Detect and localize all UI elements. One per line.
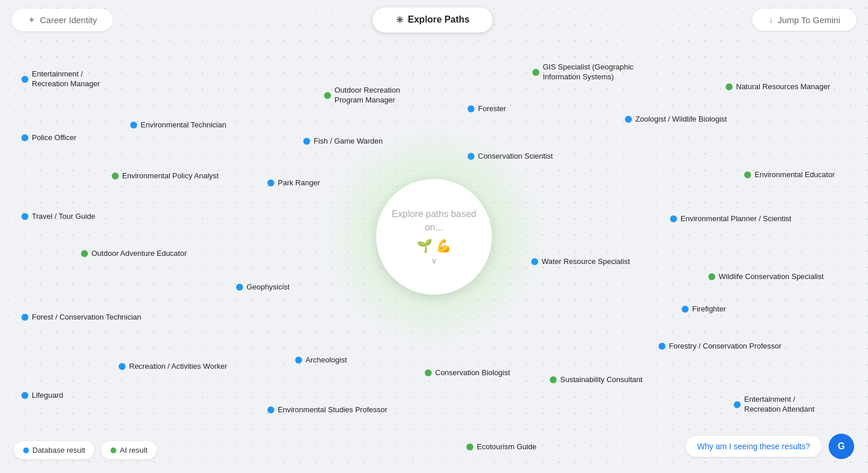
node-park-ranger[interactable]: Park Ranger (267, 178, 320, 188)
node-firefighter[interactable]: Firefighter (682, 305, 726, 314)
node-outdoor-adventure-educator[interactable]: Outdoor Adventure Educator (81, 249, 187, 259)
node-natural-resources-manager[interactable]: Natural Resources Manager (726, 82, 830, 92)
node-dot-outdoor-recreation-program-manager (324, 92, 331, 99)
user-avatar-button[interactable]: G (829, 434, 854, 459)
node-dot-zoologist-wildlife-biologist (625, 116, 632, 123)
node-dot-environmental-educator (744, 171, 751, 178)
node-dot-environmental-planner-scientist (670, 215, 677, 222)
node-dot-geophysicist (236, 284, 243, 291)
node-dot-park-ranger (267, 179, 274, 186)
node-label-recreation-activities-worker: Recreation / Activities Worker (129, 362, 227, 372)
node-conservation-biologist[interactable]: Conservation Biologist (425, 368, 510, 378)
node-entertainment-recreation-attendant[interactable]: Entertainment /Recreation Attendant (734, 395, 814, 415)
node-environmental-educator[interactable]: Environmental Educator (744, 170, 835, 180)
node-label-forest-conservation-technician: Forest / Conservation Technician (32, 313, 141, 322)
bottom-right-actions: Why am I seeing these results? G (686, 434, 854, 459)
jump-to-gemini-label: Jump To Gemini (778, 15, 840, 25)
node-sustainability-consultant[interactable]: Sustainability Consultant (550, 375, 642, 385)
node-label-forester: Forester (478, 104, 506, 114)
center-card-emoji: 🌱 💪 (417, 239, 451, 254)
explore-paths-tab[interactable]: ✳ Explore Paths (373, 8, 493, 32)
legend-database-dot (23, 448, 29, 453)
node-dot-entertainment-recreation-attendant (734, 401, 741, 408)
node-dot-forest-conservation-technician (21, 314, 28, 321)
node-recreation-activities-worker[interactable]: Recreation / Activities Worker (119, 362, 227, 372)
node-dot-natural-resources-manager (726, 83, 733, 90)
node-dot-fish-game-warden (303, 138, 310, 145)
legend-database-label: Database result (32, 446, 85, 454)
node-label-forestry-conservation-professor: Forestry / Conservation Professor (669, 342, 781, 351)
node-dot-entertainment-recreation-manager (21, 76, 28, 83)
legend-ai-label: AI result (120, 446, 148, 454)
explore-paths-label: Explore Paths (408, 14, 470, 25)
node-wildlife-conservation-specialist[interactable]: Wildlife Conservation Specialist (708, 272, 823, 282)
legend-ai-dot (111, 448, 116, 453)
node-label-gis-specialist: GIS Specialist (GeographicInformation Sy… (543, 63, 634, 82)
node-geophysicist[interactable]: Geophysicist (236, 283, 289, 292)
node-dot-travel-tour-guide (21, 213, 28, 220)
node-dot-gis-specialist (532, 69, 539, 76)
jump-to-gemini-icon: ↓ (768, 14, 773, 25)
node-dot-forester (468, 105, 475, 112)
node-environmental-studies-professor[interactable]: Environmental Studies Professor (267, 405, 387, 415)
node-label-environmental-studies-professor: Environmental Studies Professor (278, 405, 387, 415)
node-travel-tour-guide[interactable]: Travel / Tour Guide (21, 212, 95, 222)
node-forester[interactable]: Forester (468, 104, 506, 114)
node-zoologist-wildlife-biologist[interactable]: Zoologist / Wildlife Biologist (625, 115, 727, 124)
node-dot-archeologist (295, 357, 302, 364)
node-dot-recreation-activities-worker (119, 363, 126, 370)
node-forestry-conservation-professor[interactable]: Forestry / Conservation Professor (659, 342, 781, 351)
node-dot-environmental-policy-analyst (112, 173, 119, 179)
node-label-conservation-biologist: Conservation Biologist (435, 368, 510, 378)
legend-ai: AI result (101, 441, 157, 459)
node-label-entertainment-recreation-manager: Entertainment /Recreation Manager (32, 69, 100, 89)
node-label-archeologist: Archeologist (306, 355, 347, 365)
node-label-ecotourism-guide: Ecotourism Guide (477, 442, 536, 452)
legend-database: Database result (14, 441, 94, 459)
node-police-officer[interactable]: Police Officer (21, 133, 76, 143)
node-label-water-resource-specialist: Water Resource Specialist (542, 257, 630, 267)
node-dot-lifeguard (21, 392, 28, 399)
node-water-resource-specialist[interactable]: Water Resource Specialist (531, 257, 630, 267)
node-environmental-technician[interactable]: Environmental Technician (130, 120, 226, 130)
node-environmental-policy-analyst[interactable]: Environmental Policy Analyst (112, 171, 219, 181)
node-label-wildlife-conservation-specialist: Wildlife Conservation Specialist (719, 272, 823, 282)
node-label-environmental-educator: Environmental Educator (755, 170, 835, 180)
node-dot-outdoor-adventure-educator (81, 250, 88, 257)
career-identity-tab[interactable]: ✦ Career Identity (12, 9, 113, 31)
node-dot-forestry-conservation-professor (659, 343, 665, 350)
node-dot-environmental-technician (130, 122, 137, 129)
node-label-environmental-policy-analyst: Environmental Policy Analyst (122, 171, 219, 181)
node-label-park-ranger: Park Ranger (278, 178, 320, 188)
center-card-text: Explore paths based on... (388, 208, 480, 234)
center-explore-card[interactable]: Explore paths based on... 🌱 💪 ∨ (376, 179, 492, 295)
node-label-environmental-planner-scientist: Environmental Planner / Scientist (681, 214, 791, 224)
node-ecotourism-guide[interactable]: Ecotourism Guide (466, 442, 536, 452)
node-dot-sustainability-consultant (550, 376, 557, 383)
node-label-zoologist-wildlife-biologist: Zoologist / Wildlife Biologist (635, 115, 727, 124)
node-label-entertainment-recreation-attendant: Entertainment /Recreation Attendant (744, 395, 814, 415)
node-fish-game-warden[interactable]: Fish / Game Warden (303, 137, 382, 146)
node-label-environmental-technician: Environmental Technician (141, 120, 226, 130)
top-nav: ✦ Career Identity ✳ Explore Paths ↓ Jump… (0, 0, 868, 39)
node-label-police-officer: Police Officer (32, 133, 76, 143)
jump-to-gemini-tab[interactable]: ↓ Jump To Gemini (752, 9, 856, 31)
node-label-natural-resources-manager: Natural Resources Manager (736, 82, 830, 92)
career-identity-icon: ✦ (28, 14, 35, 25)
node-label-outdoor-recreation-program-manager: Outdoor RecreationProgram Manager (334, 86, 400, 105)
node-entertainment-recreation-manager[interactable]: Entertainment /Recreation Manager (21, 69, 100, 89)
career-identity-label: Career Identity (40, 15, 97, 25)
why-results-link[interactable]: Why am I seeing these results? (686, 436, 822, 457)
node-gis-specialist[interactable]: GIS Specialist (GeographicInformation Sy… (532, 63, 634, 82)
node-outdoor-recreation-program-manager[interactable]: Outdoor RecreationProgram Manager (324, 86, 400, 105)
legend: Database result AI result (14, 441, 157, 459)
node-dot-environmental-studies-professor (267, 406, 274, 413)
node-forest-conservation-technician[interactable]: Forest / Conservation Technician (21, 313, 141, 322)
node-dot-conservation-biologist (425, 369, 432, 376)
node-label-travel-tour-guide: Travel / Tour Guide (32, 212, 95, 222)
node-label-geophysicist: Geophysicist (247, 283, 289, 292)
node-archeologist[interactable]: Archeologist (295, 355, 347, 365)
node-lifeguard[interactable]: Lifeguard (21, 391, 63, 401)
node-environmental-planner-scientist[interactable]: Environmental Planner / Scientist (670, 214, 791, 224)
explore-paths-icon: ✳ (396, 14, 403, 25)
